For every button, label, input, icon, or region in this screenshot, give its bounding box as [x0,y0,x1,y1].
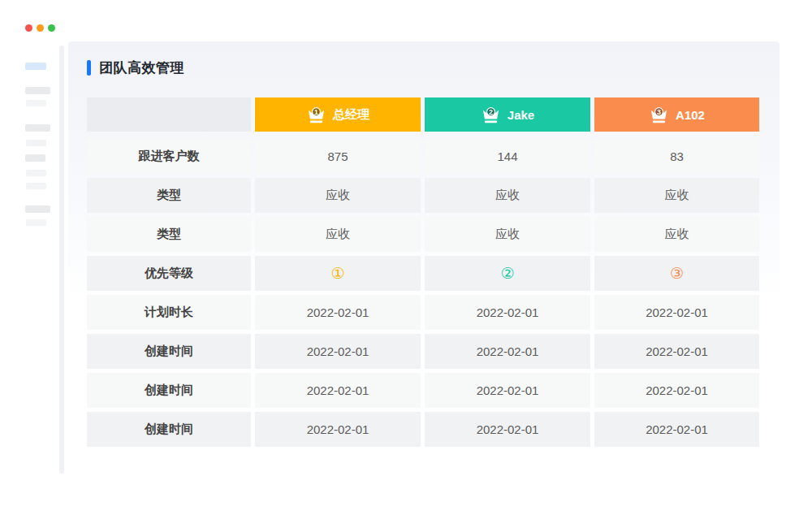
column-header-label: 总经理 [333,107,369,123]
sidebar-item[interactable] [25,87,50,94]
table-cell: 2022-02-01 [255,373,421,408]
row-label: 创建时间 [87,334,251,369]
row-label: 优先等级 [87,256,251,291]
row-label: 创建时间 [87,373,251,408]
priority-badge-1: ① [255,256,421,291]
sidebar-item[interactable] [26,100,46,106]
table-cell: 应收 [425,178,590,213]
table-cell: 应收 [255,178,421,213]
close-window-icon[interactable] [25,24,32,32]
table-cell: 2022-02-01 [594,295,759,330]
main-panel: 团队高效管理 1 总经理 [68,41,780,475]
row-label: 创建时间 [87,412,251,447]
priority-badge-2: ② [425,256,590,291]
table-cell: 875 [255,139,421,174]
table-cell: 2022-02-01 [425,334,590,369]
crown-rank-1-icon: 1 [306,106,326,124]
sidebar-item[interactable] [26,183,46,189]
table-cell: 2022-02-01 [255,334,421,369]
table-cell: 应收 [255,217,421,252]
minimize-window-icon[interactable] [37,24,44,32]
table-cell: 应收 [594,178,759,213]
row-label: 跟进客户数 [87,139,251,174]
table-cell: 2022-02-01 [425,295,590,330]
page-title-row: 团队高效管理 [87,59,780,76]
table-body: 跟进客户数 875 144 83 类型 应收 应收 应收 类型 应收 应收 应收… [87,139,780,447]
table-cell: 2022-02-01 [594,373,759,408]
maximize-window-icon[interactable] [48,24,55,32]
sidebar-item[interactable] [26,140,46,146]
column-header-label: A102 [676,108,705,122]
sidebar-item[interactable] [26,219,46,226]
column-header-rank1[interactable]: 1 总经理 [255,97,421,132]
rank-number: 2 [489,107,493,115]
table-cell: 2022-02-01 [425,412,590,447]
table-cell: 83 [594,139,759,174]
table-cell: 2022-02-01 [255,295,421,330]
sidebar-item[interactable] [25,124,50,132]
table-corner-cell [87,97,251,132]
sidebar-item[interactable] [25,154,45,162]
column-header-rank2[interactable]: 2 Jake [425,97,590,132]
column-header-rank3[interactable]: 3 A102 [594,97,759,132]
title-accent-bar [87,60,91,76]
sidebar-item-active[interactable] [25,63,46,70]
priority-badge-3: ③ [594,256,759,291]
row-label: 计划时长 [87,295,251,330]
table-cell: 2022-02-01 [255,412,421,447]
crown-rank-3-icon: 3 [649,106,669,124]
rank-number: 1 [314,107,318,115]
sidebar-divider [59,45,64,474]
table-cell: 2022-02-01 [594,334,759,369]
table-cell: 应收 [425,217,590,252]
sidebar-item[interactable] [25,206,50,213]
table-header-row: 1 总经理 2 Jake [87,97,780,132]
table-cell: 2022-02-01 [425,373,590,408]
team-comparison-table: 1 总经理 2 Jake [87,97,780,447]
row-label: 类型 [87,217,251,252]
sidebar-item[interactable] [26,170,46,176]
row-label: 类型 [87,178,251,213]
column-header-label: Jake [508,108,534,122]
table-cell: 应收 [594,217,759,252]
crown-rank-2-icon: 2 [481,106,501,124]
table-cell: 144 [425,139,590,174]
window-controls [25,24,55,32]
table-cell: 2022-02-01 [594,412,759,447]
rank-number: 3 [657,107,661,115]
page-title: 团队高效管理 [99,58,184,77]
